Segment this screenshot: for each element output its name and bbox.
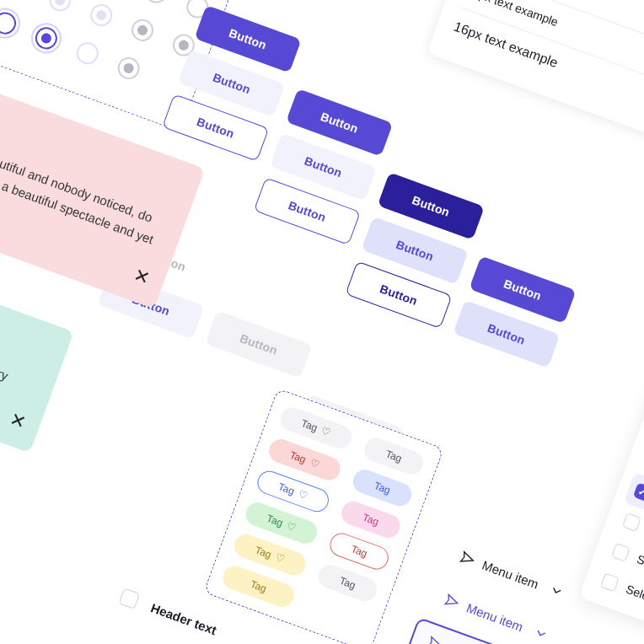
heart-icon: ♡ [285,519,298,534]
table-header-row: Header text [119,588,219,638]
close-icon[interactable]: ✕ [131,264,153,290]
radio-button[interactable] [32,24,60,52]
radio-button[interactable] [142,0,170,6]
radio-button[interactable] [88,1,115,29]
select-option[interactable]: Select [591,562,644,644]
disabled-button: Button [205,310,312,378]
heart-icon: ♡ [319,425,332,439]
radio-button[interactable] [115,54,142,82]
menu-items-panel: Menu item Menu item Menu item Menu item [390,531,585,644]
checkbox[interactable] [119,588,141,609]
radio-button[interactable] [128,16,156,44]
chevron-down-icon [547,581,566,600]
plane-icon [426,634,445,644]
table-header-label: Header text [149,600,219,637]
close-icon[interactable]: ✕ [7,408,29,434]
heart-icon: ♡ [297,488,309,502]
plane-icon [443,592,462,611]
radio-button[interactable] [46,0,74,14]
heart-icon: ♡ [274,551,287,566]
select-dropdown-list: Select ✓Selected option Select ✓Selected… [578,371,644,644]
chevron-down-icon [531,624,550,643]
heart-icon: ♡ [309,456,321,470]
radio-button[interactable] [73,40,101,67]
plane-icon [458,549,477,568]
radio-button[interactable] [0,9,19,37]
modal-body: something noble and beautiful and nobody… [0,241,33,413]
